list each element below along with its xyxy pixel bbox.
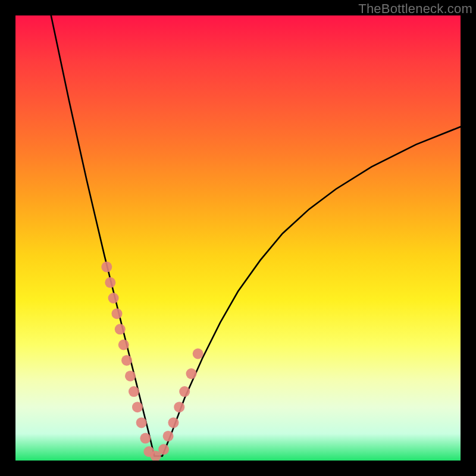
chart-frame: TheBottleneck.com (0, 0, 476, 476)
sample-dot (193, 349, 203, 359)
sample-dot (101, 262, 112, 273)
bottleneck-curve (51, 15, 461, 456)
sample-dot (125, 371, 136, 381)
sample-dots-group (101, 262, 203, 461)
sample-dot (174, 402, 184, 412)
sample-dot (158, 444, 169, 455)
sample-dot (186, 368, 197, 379)
sample-dot (168, 417, 179, 428)
sample-dot (140, 433, 151, 444)
sample-dot (121, 355, 132, 366)
plot-area (15, 15, 461, 461)
sample-dot (129, 386, 139, 397)
chart-svg (15, 15, 461, 461)
sample-dot (132, 402, 143, 412)
sample-dot (105, 277, 115, 288)
sample-dot (115, 324, 126, 334)
watermark-text: TheBottleneck.com (358, 1, 472, 17)
sample-dot (179, 386, 190, 397)
sample-dot (108, 293, 119, 303)
sample-dot (118, 340, 129, 350)
sample-dot (136, 417, 147, 428)
sample-dot (112, 308, 123, 319)
sample-dot (163, 431, 174, 441)
